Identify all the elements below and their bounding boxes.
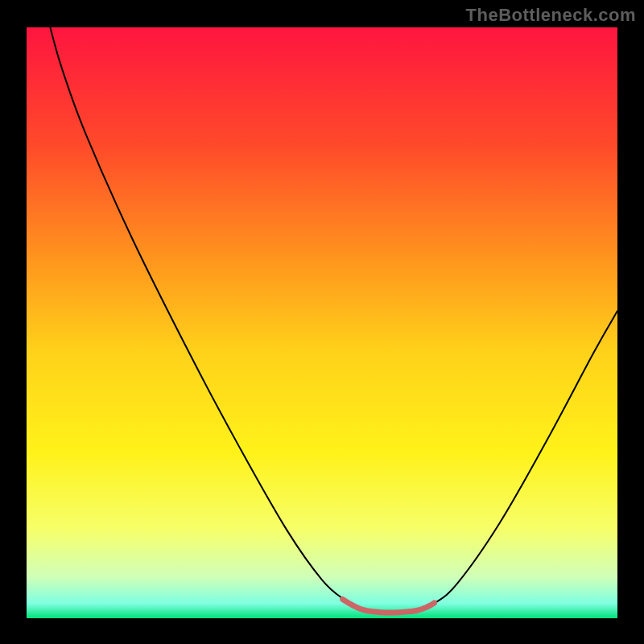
- watermark-text: TheBottleneck.com: [466, 5, 636, 26]
- chart-frame: TheBottleneck.com: [0, 0, 644, 644]
- plot-area: [27, 27, 617, 618]
- chart-svg: [27, 27, 617, 618]
- gradient-background: [27, 27, 617, 618]
